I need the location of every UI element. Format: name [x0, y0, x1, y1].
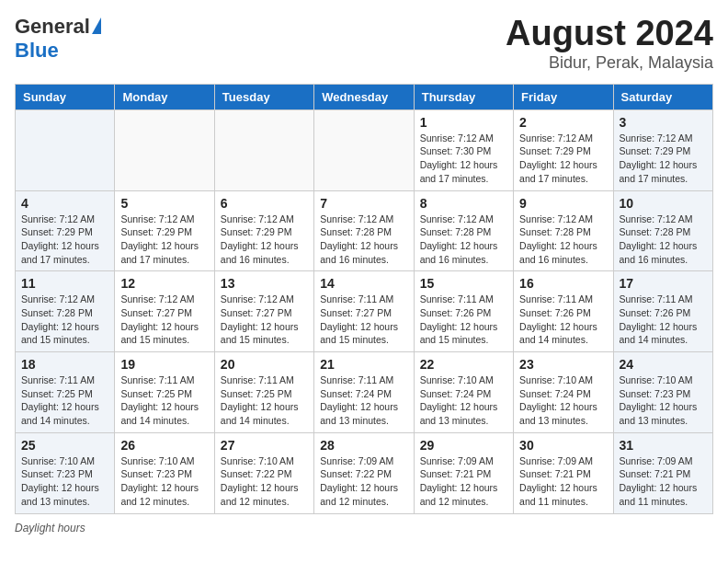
- day-info: Sunrise: 7:10 AM Sunset: 7:23 PM Dayligh…: [120, 454, 208, 509]
- logo-blue-text: Blue: [15, 39, 59, 63]
- calendar-day: [115, 109, 214, 190]
- day-info: Sunrise: 7:12 AM Sunset: 7:29 PM Dayligh…: [620, 132, 707, 186]
- calendar-week-2: 4Sunrise: 7:12 AM Sunset: 7:29 PM Daylig…: [16, 190, 713, 271]
- calendar-day: 9Sunrise: 7:12 AM Sunset: 7:28 PM Daylig…: [514, 190, 613, 271]
- day-info: Sunrise: 7:11 AM Sunset: 7:27 PM Dayligh…: [320, 293, 407, 347]
- calendar-header-wednesday: Wednesday: [314, 84, 414, 109]
- logo-triangle-icon: [92, 17, 101, 34]
- title-block: August 2024 Bidur, Perak, Malaysia: [506, 15, 713, 73]
- day-number: 4: [21, 196, 108, 211]
- calendar-day: 12Sunrise: 7:12 AM Sunset: 7:27 PM Dayli…: [115, 271, 214, 352]
- day-number: 22: [420, 357, 507, 372]
- calendar-day: 26Sunrise: 7:10 AM Sunset: 7:23 PM Dayli…: [115, 432, 214, 513]
- calendar-header-row: SundayMondayTuesdayWednesdayThursdayFrid…: [16, 84, 713, 109]
- calendar-day: 16Sunrise: 7:11 AM Sunset: 7:26 PM Dayli…: [514, 271, 613, 352]
- day-info: Sunrise: 7:12 AM Sunset: 7:28 PM Dayligh…: [420, 213, 507, 267]
- calendar-day: 7Sunrise: 7:12 AM Sunset: 7:28 PM Daylig…: [314, 190, 414, 271]
- day-number: 16: [519, 276, 607, 291]
- day-info: Sunrise: 7:12 AM Sunset: 7:28 PM Dayligh…: [21, 293, 108, 347]
- day-info: Sunrise: 7:11 AM Sunset: 7:26 PM Dayligh…: [620, 293, 707, 347]
- day-info: Sunrise: 7:12 AM Sunset: 7:28 PM Dayligh…: [620, 213, 707, 267]
- calendar-day: [314, 109, 414, 190]
- day-info: Sunrise: 7:11 AM Sunset: 7:26 PM Dayligh…: [420, 293, 507, 347]
- calendar-day: 28Sunrise: 7:09 AM Sunset: 7:22 PM Dayli…: [314, 432, 414, 513]
- day-number: 10: [620, 196, 707, 211]
- day-number: 29: [420, 438, 507, 453]
- day-info: Sunrise: 7:12 AM Sunset: 7:29 PM Dayligh…: [120, 213, 208, 267]
- day-info: Sunrise: 7:09 AM Sunset: 7:22 PM Dayligh…: [320, 454, 407, 509]
- calendar-day: 30Sunrise: 7:09 AM Sunset: 7:21 PM Dayli…: [514, 432, 613, 513]
- calendar-day: 18Sunrise: 7:11 AM Sunset: 7:25 PM Dayli…: [16, 352, 115, 433]
- day-info: Sunrise: 7:10 AM Sunset: 7:24 PM Dayligh…: [519, 373, 607, 428]
- calendar-day: 17Sunrise: 7:11 AM Sunset: 7:26 PM Dayli…: [613, 271, 712, 352]
- logo-general-text: General: [15, 15, 90, 39]
- calendar-day: 22Sunrise: 7:10 AM Sunset: 7:24 PM Dayli…: [414, 352, 513, 433]
- calendar-header-thursday: Thursday: [414, 84, 513, 109]
- day-info: Sunrise: 7:12 AM Sunset: 7:28 PM Dayligh…: [519, 213, 607, 267]
- day-info: Sunrise: 7:12 AM Sunset: 7:29 PM Dayligh…: [519, 132, 607, 186]
- day-number: 14: [320, 276, 407, 291]
- day-info: Sunrise: 7:11 AM Sunset: 7:25 PM Dayligh…: [120, 373, 208, 428]
- day-number: 11: [21, 276, 108, 291]
- page-header: General Blue August 2024 Bidur, Perak, M…: [15, 15, 713, 73]
- calendar-day: 20Sunrise: 7:11 AM Sunset: 7:25 PM Dayli…: [214, 352, 313, 433]
- calendar-week-3: 11Sunrise: 7:12 AM Sunset: 7:28 PM Dayli…: [16, 271, 713, 352]
- calendar-day: 1Sunrise: 7:12 AM Sunset: 7:30 PM Daylig…: [414, 109, 513, 190]
- day-info: Sunrise: 7:09 AM Sunset: 7:21 PM Dayligh…: [420, 454, 507, 509]
- calendar-day: 5Sunrise: 7:12 AM Sunset: 7:29 PM Daylig…: [115, 190, 214, 271]
- calendar-header-friday: Friday: [514, 84, 613, 109]
- calendar-day: 31Sunrise: 7:09 AM Sunset: 7:21 PM Dayli…: [613, 432, 712, 513]
- calendar-day: 8Sunrise: 7:12 AM Sunset: 7:28 PM Daylig…: [414, 190, 513, 271]
- day-info: Sunrise: 7:10 AM Sunset: 7:23 PM Dayligh…: [21, 454, 108, 509]
- day-info: Sunrise: 7:12 AM Sunset: 7:29 PM Dayligh…: [21, 213, 108, 267]
- calendar-header-monday: Monday: [115, 84, 214, 109]
- calendar-day: 21Sunrise: 7:11 AM Sunset: 7:24 PM Dayli…: [314, 352, 414, 433]
- calendar-header-saturday: Saturday: [613, 84, 712, 109]
- footer: Daylight hours: [15, 522, 713, 534]
- day-number: 24: [620, 357, 707, 372]
- day-info: Sunrise: 7:11 AM Sunset: 7:25 PM Dayligh…: [21, 373, 108, 428]
- calendar-day: 23Sunrise: 7:10 AM Sunset: 7:24 PM Dayli…: [514, 352, 613, 433]
- calendar-day: 6Sunrise: 7:12 AM Sunset: 7:29 PM Daylig…: [214, 190, 313, 271]
- calendar-day: 3Sunrise: 7:12 AM Sunset: 7:29 PM Daylig…: [613, 109, 712, 190]
- day-info: Sunrise: 7:10 AM Sunset: 7:22 PM Dayligh…: [221, 454, 308, 509]
- calendar-week-4: 18Sunrise: 7:11 AM Sunset: 7:25 PM Dayli…: [16, 352, 713, 433]
- day-info: Sunrise: 7:10 AM Sunset: 7:24 PM Dayligh…: [420, 373, 507, 428]
- calendar-day: 15Sunrise: 7:11 AM Sunset: 7:26 PM Dayli…: [414, 271, 513, 352]
- day-number: 1: [420, 115, 507, 130]
- location-subtitle: Bidur, Perak, Malaysia: [506, 53, 713, 73]
- day-number: 17: [620, 276, 707, 291]
- calendar-day: 27Sunrise: 7:10 AM Sunset: 7:22 PM Dayli…: [214, 432, 313, 513]
- day-info: Sunrise: 7:12 AM Sunset: 7:27 PM Dayligh…: [221, 293, 308, 347]
- logo: General Blue: [15, 15, 101, 63]
- calendar-day: [214, 109, 313, 190]
- calendar-day: 19Sunrise: 7:11 AM Sunset: 7:25 PM Dayli…: [115, 352, 214, 433]
- calendar-header-sunday: Sunday: [16, 84, 115, 109]
- day-info: Sunrise: 7:10 AM Sunset: 7:23 PM Dayligh…: [620, 373, 707, 428]
- calendar-header-tuesday: Tuesday: [214, 84, 313, 109]
- day-number: 26: [120, 438, 208, 453]
- day-number: 21: [320, 357, 407, 372]
- calendar-day: 14Sunrise: 7:11 AM Sunset: 7:27 PM Dayli…: [314, 271, 414, 352]
- day-info: Sunrise: 7:12 AM Sunset: 7:29 PM Dayligh…: [221, 213, 308, 267]
- day-number: 19: [120, 357, 208, 372]
- day-info: Sunrise: 7:09 AM Sunset: 7:21 PM Dayligh…: [620, 454, 707, 509]
- day-info: Sunrise: 7:11 AM Sunset: 7:25 PM Dayligh…: [221, 373, 308, 428]
- calendar-day: 4Sunrise: 7:12 AM Sunset: 7:29 PM Daylig…: [16, 190, 115, 271]
- calendar-day: 11Sunrise: 7:12 AM Sunset: 7:28 PM Dayli…: [16, 271, 115, 352]
- day-number: 5: [120, 196, 208, 211]
- day-number: 12: [120, 276, 208, 291]
- day-number: 30: [519, 438, 607, 453]
- day-info: Sunrise: 7:12 AM Sunset: 7:27 PM Dayligh…: [120, 293, 208, 347]
- daylight-label: Daylight hours: [15, 522, 85, 534]
- day-number: 13: [221, 276, 308, 291]
- calendar-table: SundayMondayTuesdayWednesdayThursdayFrid…: [15, 84, 713, 514]
- day-number: 3: [620, 115, 707, 130]
- day-number: 20: [221, 357, 308, 372]
- day-info: Sunrise: 7:11 AM Sunset: 7:24 PM Dayligh…: [320, 373, 407, 428]
- day-number: 31: [620, 438, 707, 453]
- day-number: 27: [221, 438, 308, 453]
- calendar-day: 25Sunrise: 7:10 AM Sunset: 7:23 PM Dayli…: [16, 432, 115, 513]
- month-year-title: August 2024: [506, 15, 713, 53]
- calendar-week-1: 1Sunrise: 7:12 AM Sunset: 7:30 PM Daylig…: [16, 109, 713, 190]
